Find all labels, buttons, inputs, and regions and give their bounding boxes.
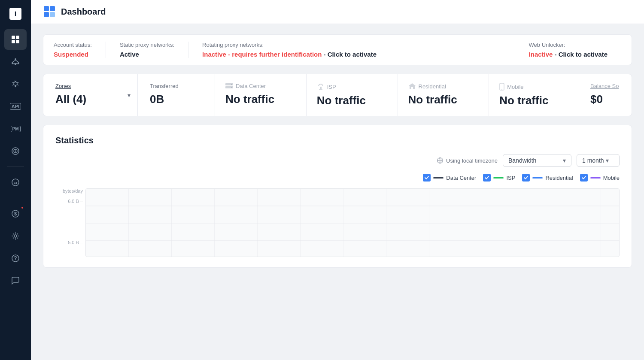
zones-label: Zones bbox=[55, 83, 125, 89]
globe-icon bbox=[437, 157, 444, 164]
sidebar-item-help[interactable]: ? bbox=[4, 248, 27, 269]
chat-icon bbox=[11, 276, 20, 285]
dc-label-text: Data Center bbox=[236, 83, 266, 89]
transferred-value: 0B bbox=[150, 93, 203, 106]
postman-label: PM bbox=[11, 126, 21, 132]
sidebar: i bbox=[0, 0, 31, 360]
sidebar-item-settings[interactable] bbox=[4, 226, 27, 246]
svg-point-28 bbox=[14, 235, 17, 237]
support-icon: 24 bbox=[11, 178, 20, 187]
zones-value: All (4) bbox=[55, 93, 125, 106]
svg-line-9 bbox=[15, 60, 18, 62]
svg-line-17 bbox=[17, 82, 18, 83]
balance-label-text: Balance So bbox=[590, 83, 619, 89]
sidebar-logo[interactable]: i bbox=[7, 5, 24, 22]
svg-line-10 bbox=[12, 64, 15, 64]
zones-link[interactable]: Zones bbox=[55, 83, 71, 89]
mobile-icon bbox=[499, 83, 504, 91]
balance-label[interactable]: Balance So bbox=[590, 83, 621, 89]
svg-rect-0 bbox=[12, 36, 15, 39]
res-value: No traffic bbox=[408, 93, 479, 106]
header-icon bbox=[43, 5, 57, 19]
svg-rect-38 bbox=[231, 87, 232, 88]
logo-icon: i bbox=[9, 8, 21, 20]
gear-icon bbox=[11, 231, 20, 241]
web-unlocker-warn: Inactive bbox=[529, 51, 553, 58]
y-label-50: 5.0 B – bbox=[68, 240, 83, 245]
legend-dc: Data Center bbox=[423, 174, 476, 182]
svg-point-12 bbox=[14, 82, 17, 85]
legend-mob-line bbox=[590, 177, 601, 178]
chart-wrapper: bytes/day 6.0 B – 5.0 B – bbox=[55, 188, 620, 257]
statistics-section: Statistics Using local timezone Bandwidt… bbox=[43, 125, 632, 268]
billing-icon: $ bbox=[11, 209, 20, 218]
svg-line-20 bbox=[15, 85, 16, 87]
bandwidth-label: Bandwidth bbox=[508, 157, 536, 164]
zones-card[interactable]: Zones All (4) ▾ bbox=[43, 74, 138, 116]
statistics-title: Statistics bbox=[55, 136, 620, 145]
home-icon bbox=[408, 83, 416, 90]
sidebar-navigation: API PM 24 $ bbox=[0, 29, 31, 355]
sidebar-item-dashboard[interactable] bbox=[4, 29, 27, 50]
chart-legend: Data Center ISP Residential bbox=[55, 174, 620, 182]
rotating-proxy-action: - Click to activate bbox=[322, 51, 377, 58]
period-chevron: ▾ bbox=[606, 157, 609, 164]
legend-res: Residential bbox=[522, 174, 573, 182]
legend-isp-checkbox[interactable] bbox=[483, 174, 491, 182]
period-select[interactable]: 1 month ▾ bbox=[577, 154, 620, 167]
bandwidth-select[interactable]: Bandwidth ▾ bbox=[503, 154, 571, 167]
transferred-label: Transferred bbox=[150, 83, 203, 89]
static-proxy-label: Static proxy networks: bbox=[120, 42, 174, 48]
sidebar-divider-2 bbox=[7, 198, 24, 198]
svg-line-8 bbox=[12, 60, 15, 62]
legend-dc-line bbox=[433, 177, 444, 178]
web-unlocker-label: Web Unlocker: bbox=[529, 42, 608, 48]
legend-res-label: Residential bbox=[545, 175, 573, 181]
legend-dc-checkbox[interactable] bbox=[423, 174, 431, 182]
status-bar: Account status: Suspended Static proxy n… bbox=[43, 34, 632, 65]
svg-rect-31 bbox=[44, 6, 49, 11]
header: Dashboard bbox=[31, 0, 644, 24]
mob-value: No traffic bbox=[499, 94, 570, 107]
chart-area bbox=[85, 188, 620, 257]
static-proxy-item: Static proxy networks: Active bbox=[106, 42, 188, 58]
legend-dc-label: Data Center bbox=[446, 175, 476, 181]
api-label: API bbox=[10, 103, 21, 110]
sidebar-item-target[interactable] bbox=[4, 141, 27, 161]
isp-value: No traffic bbox=[317, 94, 387, 107]
sidebar-item-support[interactable]: 24 bbox=[4, 172, 27, 193]
svg-line-15 bbox=[12, 82, 14, 83]
dc-label: Data Center bbox=[225, 83, 296, 89]
sidebar-item-postman[interactable]: PM bbox=[4, 118, 27, 139]
sidebar-item-proxies[interactable] bbox=[4, 51, 27, 72]
svg-text:?: ? bbox=[14, 255, 17, 261]
legend-mob-label: Mobile bbox=[603, 175, 620, 181]
static-proxy-value: Active bbox=[120, 51, 174, 58]
traffic-residential: Residential No traffic bbox=[398, 74, 489, 116]
web-unlocker-item[interactable]: Web Unlocker: Inactive - Click to activa… bbox=[515, 42, 621, 58]
legend-mob-checkbox[interactable] bbox=[580, 174, 588, 182]
server-icon bbox=[225, 83, 233, 89]
svg-rect-32 bbox=[50, 6, 55, 11]
content-area: Account status: Suspended Static proxy n… bbox=[31, 24, 644, 360]
main-content: Dashboard Account status: Suspended Stat… bbox=[31, 0, 644, 360]
isp-label: ISP bbox=[317, 83, 387, 91]
billing-badge bbox=[21, 206, 24, 209]
mob-label: Mobile bbox=[499, 83, 570, 91]
legend-res-checkbox[interactable] bbox=[522, 174, 530, 182]
balance-value: $0 bbox=[590, 93, 621, 106]
statistics-controls: Using local timezone Bandwidth ▾ 1 month… bbox=[55, 154, 620, 167]
sidebar-item-billing[interactable]: $ bbox=[4, 203, 27, 224]
timezone-label: Using local timezone bbox=[437, 157, 498, 164]
dashboard-icon bbox=[11, 35, 20, 44]
sidebar-item-scraper[interactable] bbox=[4, 74, 27, 94]
rotating-proxy-item[interactable]: Rotating proxy networks: Inactive - requ… bbox=[188, 42, 515, 58]
legend-isp-line bbox=[493, 177, 504, 178]
svg-rect-40 bbox=[319, 89, 322, 90]
svg-rect-1 bbox=[16, 36, 19, 39]
legend-res-line bbox=[532, 177, 543, 178]
zones-dropdown-icon: ▾ bbox=[128, 92, 131, 99]
sidebar-item-chat[interactable] bbox=[4, 270, 27, 291]
web-unlocker-action: - Click to activate bbox=[553, 51, 608, 58]
sidebar-item-api[interactable]: API bbox=[4, 96, 27, 117]
